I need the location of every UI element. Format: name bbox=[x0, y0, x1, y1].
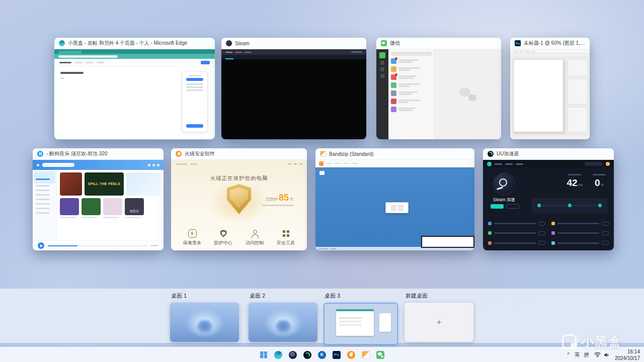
window-titlebar: Bandizip (Standard) bbox=[315, 148, 474, 160]
list-item bbox=[488, 240, 545, 246]
taskbar-icon-steam[interactable] bbox=[287, 349, 298, 360]
bandizip-file-area bbox=[315, 167, 474, 250]
list-item bbox=[551, 220, 609, 227]
clock[interactable]: 16:14 2024/10/17 bbox=[615, 348, 640, 361]
window-title: 火绒安全软件 bbox=[185, 150, 215, 157]
wechat-icon bbox=[376, 351, 384, 359]
photoshop-icon: Ps bbox=[333, 351, 341, 359]
grid-icon bbox=[282, 229, 290, 238]
window-title: Steam bbox=[235, 41, 250, 46]
protected-days-value: 85 bbox=[279, 193, 289, 202]
desktop-3-active: 桌面 3 bbox=[324, 289, 398, 345]
wechat-icon bbox=[381, 40, 387, 46]
boosted-game-label: Steam 加速 bbox=[487, 197, 521, 203]
window-controls bbox=[288, 163, 302, 164]
window-kugou[interactable]: - 酷狗音乐 须尽欢-郑浩.320 SPILL THE FEELS bbox=[33, 148, 164, 250]
bandizip-icon bbox=[320, 151, 326, 157]
window-titlebar: Steam bbox=[221, 38, 366, 49]
taskbar-icon-huorong[interactable] bbox=[346, 349, 357, 360]
window-wechat[interactable]: 微信 bbox=[376, 38, 501, 139]
album-cover bbox=[60, 172, 82, 196]
unread-badge bbox=[395, 57, 397, 60]
taskbar-icon-uu-booster[interactable] bbox=[302, 349, 313, 360]
window-uu-booster[interactable]: UU加速器 Steam 加速 42ms 0% bbox=[483, 148, 614, 250]
plus-icon: + bbox=[437, 318, 441, 327]
taskbar-icon-kugou[interactable]: K bbox=[316, 349, 328, 360]
chat-list bbox=[388, 49, 435, 139]
archive-icon bbox=[319, 161, 324, 166]
address-bar bbox=[58, 55, 118, 58]
publish-button bbox=[201, 61, 210, 64]
list-item bbox=[391, 58, 432, 64]
xiaoheihe-logo-icon bbox=[562, 334, 577, 349]
window-titlebar: Ps 未标题-1 @ 50% (图层 1, RGB/8) bbox=[510, 38, 590, 49]
wechat-sidebar bbox=[376, 49, 388, 139]
steam-subnav bbox=[221, 55, 366, 59]
ping-stat: 42ms bbox=[567, 174, 583, 188]
window-steam[interactable]: Steam bbox=[221, 38, 366, 139]
folder-icon bbox=[319, 171, 325, 175]
uu-logo-icon bbox=[487, 162, 492, 166]
volume-icon bbox=[604, 352, 610, 357]
tray-status-icons[interactable] bbox=[594, 352, 610, 357]
nav-security-tools[interactable]: 安全工具 bbox=[273, 229, 299, 246]
kugou-window-preview: SPILL THE FEELS 纯音乐 bbox=[33, 160, 164, 250]
taskbar-icon-photoshop[interactable]: Ps bbox=[331, 349, 342, 360]
mini-window-small bbox=[379, 313, 391, 332]
nav-access-control[interactable]: 访问控制 bbox=[242, 229, 268, 246]
canvas bbox=[513, 59, 564, 132]
album-tile bbox=[82, 198, 101, 218]
list-item bbox=[391, 82, 432, 88]
taskbar-icon-edge[interactable] bbox=[273, 349, 284, 360]
desktop-2-thumbnail[interactable] bbox=[249, 303, 317, 342]
window-title: 小黑盒 - 发帖 和另外 4 个页面 - 个人 - Microsoft Edge bbox=[68, 40, 187, 47]
start-button[interactable] bbox=[258, 349, 269, 360]
nav-virus-scan[interactable]: 病毒查杀 bbox=[179, 229, 205, 246]
desktop-label: 桌面 1 bbox=[171, 292, 239, 300]
photoshop-icon: Ps bbox=[515, 40, 521, 46]
photoshop-options-bar bbox=[510, 53, 590, 57]
huorong-bottom-nav: 病毒查杀 防护中心 访问控制 安全工具 bbox=[179, 229, 299, 246]
kugou-topbar bbox=[33, 160, 164, 170]
taskbar-icon-wechat[interactable] bbox=[375, 349, 386, 360]
taskbar-center-icons: K Ps bbox=[258, 347, 386, 362]
windows-logo-icon bbox=[260, 351, 267, 358]
huorong-icon bbox=[176, 151, 182, 157]
window-title: UU加速器 bbox=[497, 150, 519, 157]
window-title: - 酷狗音乐 须尽欢-郑浩.320 bbox=[46, 150, 108, 157]
post-editor bbox=[54, 67, 182, 139]
hidden-icons-chevron[interactable]: ^ bbox=[567, 352, 570, 357]
player-bar bbox=[33, 240, 164, 250]
list-item bbox=[551, 230, 609, 236]
desktop-3-thumbnail[interactable] bbox=[324, 303, 398, 345]
nav-protection-center[interactable]: 防护中心 bbox=[210, 229, 236, 246]
shield-small-icon bbox=[219, 229, 228, 238]
ime-language-indicator[interactable]: 英 拼 bbox=[575, 351, 589, 358]
wechat-watermark-logo bbox=[459, 88, 476, 101]
search-input bbox=[585, 162, 603, 166]
loss-stat: 0% bbox=[593, 174, 606, 188]
unread-badge bbox=[395, 73, 397, 76]
steam-icon bbox=[289, 351, 297, 359]
virtual-desktop-strip: 桌面 1 桌面 2 桌面 3 新建桌面 + bbox=[0, 289, 644, 343]
steam-menubar bbox=[221, 49, 366, 55]
feature-list bbox=[488, 220, 609, 246]
huorong-tabs bbox=[176, 163, 197, 165]
protected-days-stat: 已防护 85 天 bbox=[262, 193, 294, 206]
avatar bbox=[379, 52, 385, 58]
window-huorong[interactable]: 火绒安全软件 火绒正在保护您的电脑 已防护 85 天 病毒查杀 防护中心 访问控… bbox=[171, 148, 307, 250]
desktop-1-thumbnail[interactable] bbox=[170, 303, 239, 342]
taskbar-icon-bandizip[interactable] bbox=[360, 349, 371, 360]
new-desktop-button[interactable]: + bbox=[405, 303, 473, 342]
window-photoshop[interactable]: Ps 未标题-1 @ 50% (图层 1, RGB/8) bbox=[510, 38, 590, 139]
window-edge[interactable]: 小黑盒 - 发帖 和另外 4 个页面 - 个人 - Microsoft Edge bbox=[54, 38, 215, 139]
uu-window-preview: Steam 加速 42ms 0% bbox=[483, 160, 614, 250]
window-titlebar: 微信 bbox=[376, 38, 501, 49]
photoshop-menubar bbox=[510, 49, 590, 53]
window-bandizip[interactable]: Bandizip (Standard) bbox=[315, 148, 474, 250]
album-tile bbox=[60, 198, 79, 218]
album-cover-spill-the-feels: SPILL THE FEELS bbox=[85, 172, 124, 196]
mini-window bbox=[336, 309, 374, 336]
window-titlebar: 火绒安全软件 bbox=[171, 148, 307, 160]
chat-area bbox=[435, 49, 501, 139]
